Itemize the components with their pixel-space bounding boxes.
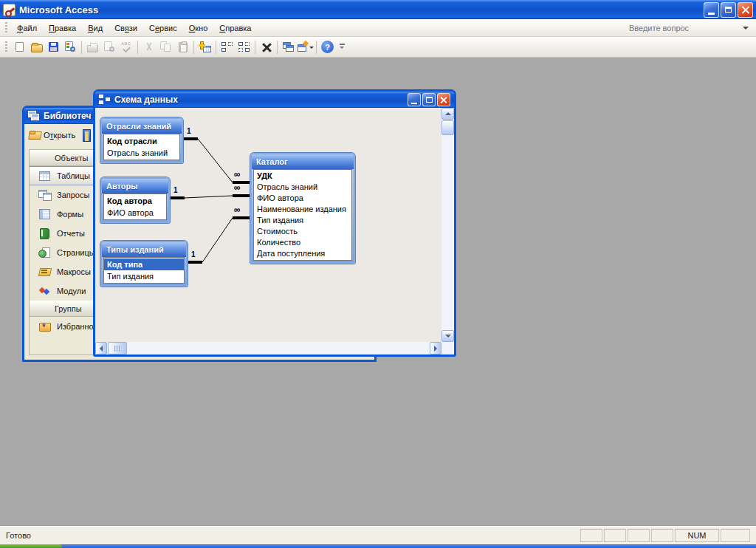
clear-layout-button[interactable] bbox=[258, 38, 275, 55]
report-icon bbox=[38, 228, 51, 239]
arrow-right-icon bbox=[434, 346, 440, 352]
copy-icon bbox=[160, 41, 171, 52]
table-card-tipy-izdaniy[interactable]: Типы изданий Код типа Тип издания bbox=[100, 241, 188, 287]
horizontal-scrollbar[interactable] bbox=[95, 342, 441, 355]
field-tip-izdaniya[interactable]: Тип издания bbox=[104, 270, 184, 282]
copy-button[interactable] bbox=[157, 38, 174, 55]
toolbar-separator bbox=[137, 41, 138, 54]
relationships-canvas[interactable]: 1 ∞ 1 ∞ 1 ∞ Отрасли знаний Код отрасли О… bbox=[95, 108, 441, 342]
new-button[interactable] bbox=[11, 38, 28, 55]
status-cell bbox=[651, 529, 673, 542]
direct-relationships-button[interactable] bbox=[219, 38, 236, 55]
menu-tools[interactable]: Сервис bbox=[143, 21, 183, 35]
toolbar-separator bbox=[316, 41, 317, 54]
field-naimenovanie-izdaniya[interactable]: Наименование издания bbox=[254, 204, 351, 215]
form-icon bbox=[38, 209, 51, 219]
help-button[interactable] bbox=[319, 38, 336, 55]
scroll-up-button[interactable] bbox=[441, 108, 454, 120]
paste-button[interactable] bbox=[174, 38, 191, 55]
toolbar-options-button[interactable] bbox=[337, 39, 346, 55]
show-table-button[interactable] bbox=[196, 38, 213, 55]
vertical-scrollbar[interactable] bbox=[441, 108, 454, 342]
taskbar-sliver[interactable] bbox=[0, 544, 756, 548]
scroll-left-button[interactable] bbox=[95, 342, 107, 355]
database-window-icon bbox=[283, 42, 295, 52]
table-card-avtory[interactable]: Авторы Код автора ФИО автора bbox=[100, 177, 170, 223]
open-icon bbox=[31, 44, 43, 52]
spelling-button[interactable] bbox=[118, 38, 135, 55]
child-minimize-button[interactable] bbox=[408, 93, 421, 106]
scroll-right-button[interactable] bbox=[430, 342, 441, 355]
open-file-button[interactable] bbox=[28, 38, 45, 55]
restore-icon bbox=[725, 7, 732, 13]
field-kod-avtora[interactable]: Код автора bbox=[104, 195, 166, 207]
toolbar-separator bbox=[255, 41, 255, 54]
field-fio-avtora[interactable]: ФИО автора bbox=[104, 207, 166, 219]
toolbar-grip[interactable] bbox=[5, 41, 7, 53]
field-kod-otrasli[interactable]: Код отрасли bbox=[104, 135, 179, 147]
minimize-button[interactable] bbox=[704, 2, 719, 18]
relationships-client-area: 1 ∞ 1 ∞ 1 ∞ Отрасли знаний Код отрасли О… bbox=[95, 108, 454, 355]
file-search-button[interactable] bbox=[62, 38, 79, 55]
horizontal-scroll-thumb[interactable] bbox=[108, 342, 127, 355]
question-input[interactable] bbox=[629, 24, 741, 32]
field-otrasl-znaniy[interactable]: Отрасль знаний bbox=[104, 147, 179, 159]
menu-relationships[interactable]: Связи bbox=[109, 21, 143, 35]
open-folder-icon bbox=[29, 131, 41, 140]
vertical-scroll-thumb[interactable] bbox=[441, 120, 454, 135]
field-otrasl-znaniy[interactable]: Отрасль знаний bbox=[254, 182, 351, 193]
child-close-button[interactable] bbox=[437, 93, 450, 106]
save-icon bbox=[49, 42, 58, 52]
table-card-title[interactable]: Авторы bbox=[102, 179, 168, 193]
design-view-icon[interactable] bbox=[83, 129, 91, 142]
field-data-postupleniya[interactable]: Дата поступления bbox=[254, 248, 351, 259]
child-maximize-button[interactable] bbox=[422, 93, 436, 106]
toolbar-grip[interactable] bbox=[5, 22, 7, 34]
menu-view[interactable]: Вид bbox=[82, 21, 109, 35]
open-button[interactable]: Открыть bbox=[29, 131, 75, 140]
dropdown-arrow-icon[interactable] bbox=[743, 27, 749, 32]
question-box[interactable] bbox=[629, 24, 755, 32]
print-icon bbox=[87, 45, 98, 52]
sidebar-item-label: Таблицы bbox=[57, 171, 90, 180]
database-window-button[interactable] bbox=[280, 38, 297, 55]
menu-edit[interactable]: Правка bbox=[43, 21, 82, 35]
relationships-window-titlebar[interactable]: Схема данных bbox=[95, 92, 454, 108]
menu-window[interactable]: Окно bbox=[183, 21, 214, 35]
close-button[interactable] bbox=[738, 2, 753, 18]
table-card-katalog[interactable]: Каталог УДК Отрасль знаний ФИО автора На… bbox=[250, 153, 355, 264]
scroll-down-button[interactable] bbox=[441, 330, 454, 342]
table-card-title[interactable]: Каталог bbox=[252, 154, 354, 169]
menu-file[interactable]: Файл bbox=[11, 21, 43, 35]
minimize-icon bbox=[708, 13, 715, 15]
num-lock-indicator: NUM bbox=[675, 529, 719, 542]
sidebar-item-label: Формы bbox=[57, 210, 83, 219]
cardinality-many-label: ∞ bbox=[234, 169, 241, 179]
open-button-label: Открыть bbox=[44, 131, 75, 140]
app-titlebar[interactable]: Microsoft Access bbox=[0, 0, 756, 19]
new-object-button[interactable] bbox=[297, 38, 314, 55]
main-toolbar bbox=[0, 37, 756, 58]
field-tip-izdaniya[interactable]: Тип издания bbox=[254, 215, 351, 226]
field-kod-tipa[interactable]: Код типа bbox=[104, 258, 184, 270]
favorites-folder-icon bbox=[38, 321, 51, 332]
cut-button[interactable] bbox=[140, 38, 157, 55]
all-relationships-button[interactable] bbox=[236, 38, 252, 55]
print-button[interactable] bbox=[84, 38, 101, 55]
field-stoimost[interactable]: Стоимость bbox=[254, 226, 351, 237]
table-card-otrasli-znaniy[interactable]: Отрасли знаний Код отрасли Отрасль знани… bbox=[100, 117, 183, 163]
table-card-title[interactable]: Типы изданий bbox=[102, 242, 186, 257]
save-button[interactable] bbox=[45, 38, 62, 55]
menu-help[interactable]: Справка bbox=[213, 21, 257, 35]
field-kolichestvo[interactable]: Количество bbox=[254, 237, 351, 248]
spelling-icon bbox=[120, 41, 133, 52]
query-icon bbox=[38, 190, 51, 200]
minimize-icon bbox=[411, 103, 417, 104]
field-udk[interactable]: УДК bbox=[254, 171, 351, 182]
start-button-fragment[interactable] bbox=[0, 544, 62, 548]
new-object-dropdown-icon[interactable] bbox=[309, 47, 314, 51]
table-card-title[interactable]: Отрасли знаний bbox=[102, 119, 182, 134]
restore-button[interactable] bbox=[721, 2, 736, 18]
field-fio-avtora[interactable]: ФИО автора bbox=[254, 193, 351, 204]
print-preview-button[interactable] bbox=[101, 38, 118, 55]
